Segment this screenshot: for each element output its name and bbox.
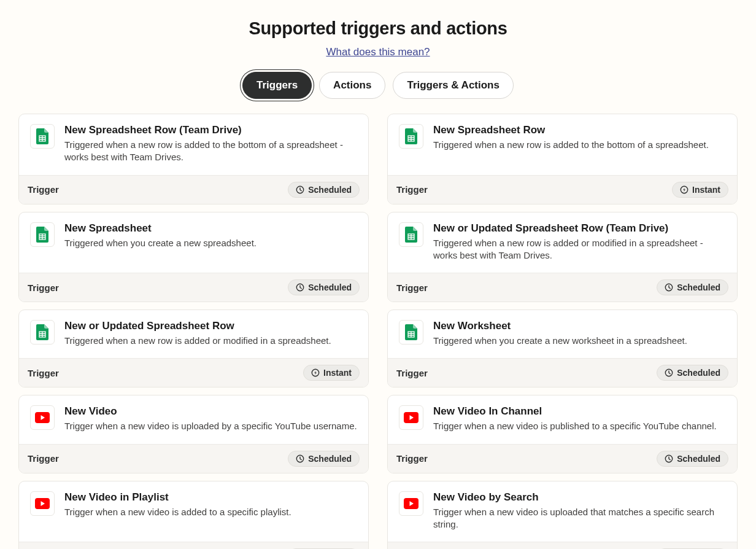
badge-label: Instant bbox=[692, 185, 720, 195]
clock-icon bbox=[296, 185, 304, 194]
scheduled-badge: Scheduled bbox=[657, 365, 728, 381]
app-icon-box bbox=[399, 320, 423, 345]
youtube-icon bbox=[404, 498, 418, 509]
card-description: Triggered when a new row is added to the… bbox=[64, 139, 357, 164]
instant-badge: Instant bbox=[672, 182, 728, 198]
card-footer: Trigger Scheduled bbox=[388, 542, 737, 549]
card-text: New Spreadsheet RowTriggered when a new … bbox=[433, 124, 709, 151]
card-text: New VideoTrigger when a new video is upl… bbox=[64, 405, 357, 432]
youtube-icon bbox=[35, 498, 50, 509]
trigger-card[interactable]: New Spreadsheet RowTriggered when a new … bbox=[387, 114, 738, 204]
clock-icon bbox=[296, 283, 304, 292]
app-icon-box bbox=[30, 491, 55, 516]
google-sheets-icon bbox=[405, 227, 417, 243]
card-body: New Video In ChannelTrigger when a new v… bbox=[388, 395, 737, 443]
badge-label: Scheduled bbox=[308, 282, 352, 292]
tab-actions[interactable]: Actions bbox=[319, 72, 385, 99]
card-description: Trigger when a new video is added to a s… bbox=[64, 506, 291, 518]
card-text: New Spreadsheet Row (Team Drive)Triggere… bbox=[64, 124, 357, 164]
card-footer: Trigger Scheduled bbox=[388, 358, 737, 387]
card-title: New Spreadsheet bbox=[64, 222, 256, 235]
trigger-card[interactable]: New SpreadsheetTriggered when you create… bbox=[18, 212, 369, 303]
card-title: New or Updated Spreadsheet Row (Team Dri… bbox=[433, 222, 726, 235]
trigger-type-label: Trigger bbox=[28, 453, 59, 464]
trigger-card[interactable]: New Spreadsheet Row (Team Drive)Triggere… bbox=[18, 114, 369, 204]
instant-badge: Instant bbox=[303, 365, 360, 381]
app-icon-box bbox=[30, 124, 55, 149]
card-description: Trigger when a new video is uploaded tha… bbox=[433, 506, 726, 531]
card-text: New or Updated Spreadsheet RowTriggered … bbox=[64, 320, 331, 347]
clock-icon bbox=[665, 454, 673, 463]
card-body: New Spreadsheet RowTriggered when a new … bbox=[388, 114, 737, 162]
card-text: New or Updated Spreadsheet Row (Team Dri… bbox=[433, 222, 726, 262]
card-title: New Spreadsheet Row (Team Drive) bbox=[64, 124, 357, 136]
card-text: New SpreadsheetTriggered when you create… bbox=[64, 222, 256, 249]
card-footer: Trigger Instant bbox=[19, 358, 368, 387]
trigger-card[interactable]: New Video in PlaylistTrigger when a new … bbox=[18, 481, 369, 550]
card-body: New Video by SearchTrigger when a new vi… bbox=[388, 481, 737, 542]
trigger-type-label: Trigger bbox=[396, 282, 428, 293]
card-body: New or Updated Spreadsheet RowTriggered … bbox=[19, 310, 368, 358]
trigger-type-label: Trigger bbox=[28, 282, 59, 293]
card-text: New Video in PlaylistTrigger when a new … bbox=[64, 491, 291, 518]
card-title: New Worksheet bbox=[433, 320, 687, 332]
page-title: Supported triggers and actions bbox=[15, 18, 741, 39]
card-title: New Video by Search bbox=[433, 491, 726, 504]
trigger-card[interactable]: New WorksheetTriggered when you create a… bbox=[387, 310, 738, 387]
card-footer: Trigger Instant bbox=[388, 175, 737, 204]
trigger-card[interactable]: New or Updated Spreadsheet RowTriggered … bbox=[18, 310, 369, 387]
card-body: New or Updated Spreadsheet Row (Team Dri… bbox=[388, 212, 737, 273]
badge-label: Scheduled bbox=[677, 368, 720, 378]
card-description: Triggered when a new row is added to the… bbox=[433, 139, 709, 151]
scheduled-badge: Scheduled bbox=[657, 279, 728, 295]
app-icon-box bbox=[399, 491, 423, 516]
app-icon-box bbox=[30, 222, 55, 247]
trigger-card[interactable]: New Video In ChannelTrigger when a new v… bbox=[387, 395, 738, 473]
trigger-card[interactable]: New Video by SearchTrigger when a new vi… bbox=[387, 481, 738, 550]
trigger-type-label: Trigger bbox=[28, 184, 59, 195]
card-title: New Video in Playlist bbox=[64, 491, 291, 504]
scheduled-badge: Scheduled bbox=[288, 451, 360, 467]
trigger-card[interactable]: New VideoTrigger when a new video is upl… bbox=[18, 395, 369, 473]
app-icon-box bbox=[399, 405, 423, 430]
google-sheets-icon bbox=[405, 324, 417, 340]
clock-icon bbox=[665, 283, 673, 292]
scheduled-badge: Scheduled bbox=[657, 451, 728, 467]
scheduled-badge: Scheduled bbox=[288, 182, 360, 198]
card-footer: Trigger Scheduled bbox=[19, 273, 368, 302]
app-icon-box bbox=[399, 222, 423, 247]
card-text: New Video by SearchTrigger when a new vi… bbox=[433, 491, 726, 531]
page-header: Supported triggers and actions What does… bbox=[15, 18, 741, 58]
badge-label: Scheduled bbox=[308, 454, 352, 464]
bolt-icon bbox=[680, 185, 688, 194]
google-sheets-icon bbox=[36, 324, 48, 340]
card-title: New Video bbox=[64, 405, 357, 418]
card-text: New Video In ChannelTrigger when a new v… bbox=[433, 405, 717, 432]
card-description: Trigger when a new video is uploaded by … bbox=[64, 420, 357, 432]
clock-icon bbox=[665, 368, 673, 377]
card-grid: New Spreadsheet Row (Team Drive)Triggere… bbox=[18, 114, 738, 549]
card-text: New WorksheetTriggered when you create a… bbox=[433, 320, 687, 347]
card-description: Triggered when you create a new spreadsh… bbox=[64, 237, 256, 249]
card-description: Triggered when a new row is added or mod… bbox=[64, 335, 331, 347]
app-icon-box bbox=[30, 405, 55, 430]
what-does-this-mean-link[interactable]: What does this mean? bbox=[326, 46, 430, 58]
google-sheets-icon bbox=[36, 128, 48, 144]
trigger-type-label: Trigger bbox=[396, 453, 428, 464]
badge-label: Scheduled bbox=[677, 282, 720, 292]
card-body: New Video in PlaylistTrigger when a new … bbox=[19, 481, 368, 529]
card-footer: Trigger Scheduled bbox=[388, 444, 737, 473]
trigger-type-label: Trigger bbox=[28, 368, 59, 378]
card-body: New VideoTrigger when a new video is upl… bbox=[19, 395, 368, 443]
bolt-icon bbox=[311, 368, 320, 377]
card-description: Triggered when you create a new workshee… bbox=[433, 335, 687, 347]
card-footer: Trigger Scheduled bbox=[19, 542, 368, 549]
card-body: New WorksheetTriggered when you create a… bbox=[388, 310, 737, 358]
trigger-card[interactable]: New or Updated Spreadsheet Row (Team Dri… bbox=[387, 212, 738, 303]
youtube-icon bbox=[404, 412, 418, 423]
tab-triggers[interactable]: Triggers bbox=[242, 72, 312, 99]
scheduled-badge: Scheduled bbox=[288, 279, 360, 295]
app-icon-box bbox=[30, 320, 55, 345]
tab-triggers-and-actions[interactable]: Triggers & Actions bbox=[393, 72, 514, 99]
badge-label: Scheduled bbox=[677, 454, 720, 464]
